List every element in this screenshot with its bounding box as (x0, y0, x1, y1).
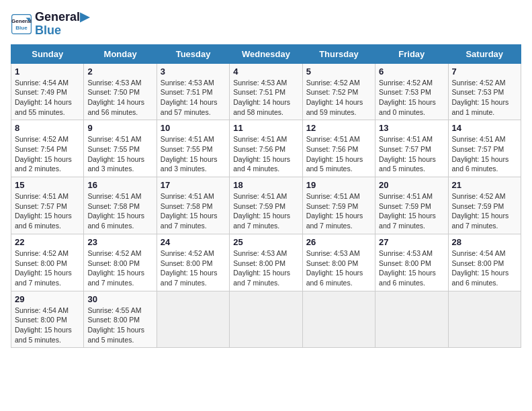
day-number: 4 (233, 66, 298, 77)
calendar-cell (375, 291, 448, 348)
day-info: Sunrise: 4:51 AM Sunset: 7:57 PM Dayligh… (452, 134, 517, 174)
day-info: Sunrise: 4:54 AM Sunset: 8:00 PM Dayligh… (15, 306, 80, 345)
calendar-cell: 26Sunrise: 4:53 AM Sunset: 8:00 PM Dayli… (302, 234, 375, 291)
calendar-cell: 15Sunrise: 4:51 AM Sunset: 7:57 PM Dayli… (11, 177, 84, 234)
calendar-cell: 17Sunrise: 4:51 AM Sunset: 7:58 PM Dayli… (157, 177, 229, 234)
page-header: General Blue General▶ Blue (11, 11, 521, 38)
calendar-cell: 4Sunrise: 4:53 AM Sunset: 7:51 PM Daylig… (230, 63, 302, 120)
day-number: 14 (452, 123, 517, 133)
calendar-cell: 12Sunrise: 4:51 AM Sunset: 7:56 PM Dayli… (302, 120, 375, 177)
calendar-cell: 14Sunrise: 4:51 AM Sunset: 7:57 PM Dayli… (448, 120, 521, 177)
calendar-table: SundayMondayTuesdayWednesdayThursdayFrid… (11, 44, 521, 349)
day-number: 23 (87, 237, 152, 247)
day-info: Sunrise: 4:53 AM Sunset: 7:51 PM Dayligh… (161, 78, 226, 118)
calendar-cell: 1Sunrise: 4:54 AM Sunset: 7:49 PM Daylig… (11, 63, 84, 120)
calendar-cell: 2Sunrise: 4:53 AM Sunset: 7:50 PM Daylig… (84, 63, 157, 120)
day-number: 22 (15, 237, 80, 247)
calendar-cell: 23Sunrise: 4:52 AM Sunset: 8:00 PM Dayli… (84, 234, 157, 291)
day-number: 13 (379, 123, 444, 133)
day-info: Sunrise: 4:52 AM Sunset: 8:00 PM Dayligh… (161, 248, 226, 288)
calendar-cell: 21Sunrise: 4:52 AM Sunset: 7:59 PM Dayli… (448, 177, 521, 234)
calendar-cell: 22Sunrise: 4:52 AM Sunset: 8:00 PM Dayli… (11, 234, 84, 291)
day-number: 16 (87, 180, 152, 190)
calendar-cell: 10Sunrise: 4:51 AM Sunset: 7:55 PM Dayli… (157, 120, 229, 177)
day-number: 28 (452, 237, 517, 247)
day-info: Sunrise: 4:51 AM Sunset: 7:57 PM Dayligh… (379, 134, 444, 174)
day-info: Sunrise: 4:52 AM Sunset: 8:00 PM Dayligh… (87, 248, 152, 288)
day-info: Sunrise: 4:51 AM Sunset: 7:58 PM Dayligh… (87, 191, 152, 231)
day-number: 12 (306, 123, 371, 133)
day-number: 9 (87, 123, 152, 133)
day-number: 19 (306, 180, 371, 190)
calendar-cell: 3Sunrise: 4:53 AM Sunset: 7:51 PM Daylig… (157, 63, 229, 120)
day-number: 5 (306, 66, 371, 77)
calendar-cell: 25Sunrise: 4:53 AM Sunset: 8:00 PM Dayli… (230, 234, 302, 291)
logo-text: General▶ Blue (35, 11, 89, 38)
calendar-cell: 29Sunrise: 4:54 AM Sunset: 8:00 PM Dayli… (11, 291, 84, 348)
day-info: Sunrise: 4:51 AM Sunset: 7:55 PM Dayligh… (87, 134, 152, 174)
day-number: 17 (161, 180, 226, 190)
day-number: 6 (379, 66, 444, 77)
day-number: 7 (452, 66, 517, 77)
calendar-cell: 24Sunrise: 4:52 AM Sunset: 8:00 PM Dayli… (157, 234, 229, 291)
day-info: Sunrise: 4:53 AM Sunset: 7:50 PM Dayligh… (87, 78, 152, 118)
calendar-cell (302, 291, 375, 348)
day-number: 10 (161, 123, 226, 133)
day-info: Sunrise: 4:53 AM Sunset: 8:00 PM Dayligh… (379, 248, 444, 288)
calendar-cell: 8Sunrise: 4:52 AM Sunset: 7:54 PM Daylig… (11, 120, 84, 177)
day-info: Sunrise: 4:54 AM Sunset: 8:00 PM Dayligh… (452, 248, 517, 288)
day-number: 24 (161, 237, 226, 247)
day-number: 3 (161, 66, 226, 77)
day-info: Sunrise: 4:52 AM Sunset: 7:59 PM Dayligh… (452, 191, 517, 231)
column-header-saturday: Saturday (448, 44, 521, 63)
calendar-cell: 11Sunrise: 4:51 AM Sunset: 7:56 PM Dayli… (230, 120, 302, 177)
calendar-cell (230, 291, 302, 348)
day-info: Sunrise: 4:51 AM Sunset: 7:55 PM Dayligh… (161, 134, 226, 174)
day-info: Sunrise: 4:52 AM Sunset: 7:52 PM Dayligh… (306, 78, 371, 118)
logo-icon: General Blue (11, 13, 32, 35)
day-info: Sunrise: 4:52 AM Sunset: 7:53 PM Dayligh… (452, 78, 517, 118)
day-number: 15 (15, 180, 80, 190)
day-number: 29 (15, 294, 80, 304)
column-header-wednesday: Wednesday (230, 44, 302, 63)
calendar-cell: 7Sunrise: 4:52 AM Sunset: 7:53 PM Daylig… (448, 63, 521, 120)
calendar-cell: 30Sunrise: 4:55 AM Sunset: 8:00 PM Dayli… (84, 291, 157, 348)
calendar-cell: 6Sunrise: 4:52 AM Sunset: 7:53 PM Daylig… (375, 63, 448, 120)
day-info: Sunrise: 4:53 AM Sunset: 8:00 PM Dayligh… (233, 248, 298, 288)
calendar-cell (157, 291, 229, 348)
day-info: Sunrise: 4:52 AM Sunset: 7:53 PM Dayligh… (379, 78, 444, 118)
calendar-cell: 13Sunrise: 4:51 AM Sunset: 7:57 PM Dayli… (375, 120, 448, 177)
day-number: 27 (379, 237, 444, 247)
day-info: Sunrise: 4:55 AM Sunset: 8:00 PM Dayligh… (87, 306, 152, 345)
day-number: 8 (15, 123, 80, 133)
column-header-monday: Monday (84, 44, 157, 63)
calendar-cell: 27Sunrise: 4:53 AM Sunset: 8:00 PM Dayli… (375, 234, 448, 291)
day-number: 20 (379, 180, 444, 190)
day-number: 30 (87, 294, 152, 304)
day-info: Sunrise: 4:51 AM Sunset: 7:56 PM Dayligh… (306, 134, 371, 174)
calendar-cell: 19Sunrise: 4:51 AM Sunset: 7:59 PM Dayli… (302, 177, 375, 234)
svg-text:Blue: Blue (15, 25, 28, 31)
day-info: Sunrise: 4:52 AM Sunset: 7:54 PM Dayligh… (15, 134, 80, 174)
calendar-cell: 28Sunrise: 4:54 AM Sunset: 8:00 PM Dayli… (448, 234, 521, 291)
calendar-cell: 9Sunrise: 4:51 AM Sunset: 7:55 PM Daylig… (84, 120, 157, 177)
day-info: Sunrise: 4:54 AM Sunset: 7:49 PM Dayligh… (15, 78, 80, 118)
logo: General Blue General▶ Blue (11, 11, 89, 38)
column-header-sunday: Sunday (11, 44, 84, 63)
day-number: 21 (452, 180, 517, 190)
day-info: Sunrise: 4:51 AM Sunset: 7:59 PM Dayligh… (379, 191, 444, 231)
calendar-cell: 18Sunrise: 4:51 AM Sunset: 7:59 PM Dayli… (230, 177, 302, 234)
day-info: Sunrise: 4:52 AM Sunset: 8:00 PM Dayligh… (15, 248, 80, 288)
calendar-cell: 20Sunrise: 4:51 AM Sunset: 7:59 PM Dayli… (375, 177, 448, 234)
day-info: Sunrise: 4:51 AM Sunset: 7:57 PM Dayligh… (15, 191, 80, 231)
day-number: 26 (306, 237, 371, 247)
day-info: Sunrise: 4:51 AM Sunset: 7:58 PM Dayligh… (161, 191, 226, 231)
day-number: 1 (15, 66, 80, 77)
column-header-thursday: Thursday (302, 44, 375, 63)
day-number: 18 (233, 180, 298, 190)
day-number: 25 (233, 237, 298, 247)
day-number: 11 (233, 123, 298, 133)
column-header-tuesday: Tuesday (157, 44, 229, 63)
calendar-cell: 5Sunrise: 4:52 AM Sunset: 7:52 PM Daylig… (302, 63, 375, 120)
calendar-cell: 16Sunrise: 4:51 AM Sunset: 7:58 PM Dayli… (84, 177, 157, 234)
